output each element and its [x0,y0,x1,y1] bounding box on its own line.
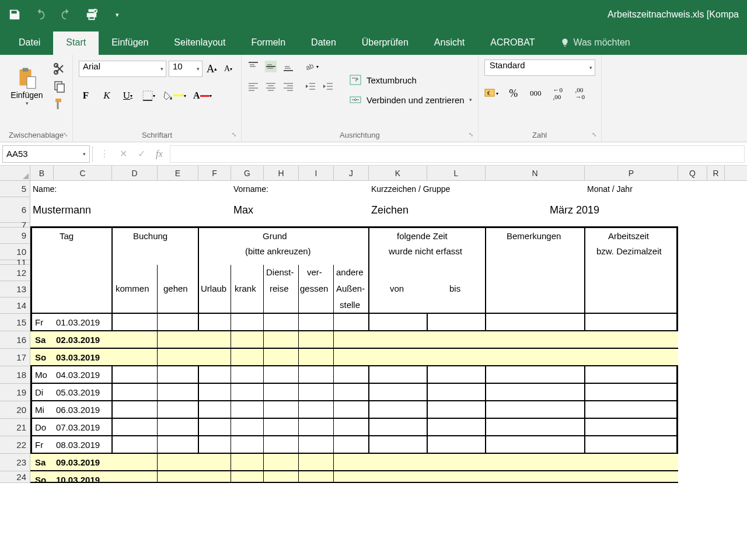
customize-qat-icon[interactable]: ▾ [111,8,124,21]
name-box[interactable]: AA53▾ [2,145,90,163]
number-launcher-icon[interactable]: ⤡ [592,131,600,139]
column-header[interactable]: G [231,166,264,180]
column-header[interactable]: P [585,166,678,180]
align-bottom-icon[interactable] [282,61,294,72]
cancel-formula-icon[interactable]: ✕ [120,148,127,159]
tell-me[interactable]: Was möchten [547,32,643,55]
tab-data[interactable]: Daten [298,32,349,55]
column-header[interactable]: I [299,166,334,180]
cell-day[interactable]: Mo [35,370,47,380]
tab-view[interactable]: Ansicht [421,32,477,55]
font-name-select[interactable]: Arial▾ [79,61,166,77]
wrap-text-button[interactable]: Textumbruch [349,74,472,86]
increase-decimal-icon[interactable]: ←0,00 [551,86,565,101]
cell-date[interactable]: 03.03.2019 [56,352,100,362]
save-icon[interactable] [8,8,21,21]
row-header[interactable]: 16 [0,331,30,349]
column-header[interactable]: F [198,166,231,180]
select-all-corner[interactable] [0,166,30,180]
tab-acrobat[interactable]: ACROBAT [477,32,547,55]
number-format-select[interactable]: Standard▾ [484,60,595,76]
tab-home[interactable]: Start [53,32,99,55]
column-header[interactable]: R [707,166,725,180]
row-header[interactable]: 14 [0,298,30,314]
column-header[interactable]: H [264,166,299,180]
paste-button[interactable]: Einfügen ▾ [6,57,48,116]
copy-icon[interactable] [53,79,67,93]
merge-center-button[interactable]: Verbinden und zentrieren ▾ [349,93,472,106]
cell-date[interactable]: 05.03.2019 [56,387,100,397]
column-header[interactable]: L [427,166,486,180]
decrease-indent-icon[interactable] [305,80,316,92]
row-header[interactable]: 13 [0,281,30,298]
font-size-select[interactable]: 10▾ [169,61,203,77]
align-center-icon[interactable] [265,80,277,92]
row-header[interactable]: 6 [0,197,30,223]
orientation-icon[interactable]: ab▾ [305,61,319,72]
align-top-icon[interactable] [247,61,259,72]
row-header[interactable]: 9 [0,228,30,244]
enter-formula-icon[interactable]: ✓ [138,148,145,159]
row-header[interactable]: 19 [0,384,30,401]
row-header[interactable]: 17 [0,349,30,366]
borders-icon[interactable]: ▾ [142,88,156,103]
comma-format-button[interactable]: 000 [529,86,543,101]
column-header[interactable]: J [334,166,369,180]
font-color-icon[interactable]: A ▾ [193,88,212,103]
column-header[interactable]: Q [678,166,707,180]
fx-icon[interactable]: fx [156,149,163,159]
cell-date[interactable]: 09.03.2019 [56,457,100,467]
row-header[interactable]: 23 [0,454,30,471]
cell-day[interactable]: Fr [35,317,43,327]
row-header[interactable]: 11 [0,260,30,265]
cell-day[interactable]: Di [35,387,43,397]
cell-date[interactable]: 10.03.2019 [56,475,100,485]
shrink-font-icon[interactable]: A▾ [221,61,235,76]
cell-date[interactable]: 06.03.2019 [56,405,100,415]
redo-icon[interactable] [60,8,72,21]
cell-date[interactable]: 08.03.2019 [56,440,100,450]
cut-icon[interactable] [53,62,67,76]
underline-button[interactable]: U ▾ [121,88,135,103]
fill-color-icon[interactable]: ▾ [163,88,186,103]
row-header[interactable]: 22 [0,436,30,454]
font-launcher-icon[interactable]: ⤡ [232,131,240,139]
bold-button[interactable]: F [79,88,93,103]
cell-day[interactable]: So [35,352,46,362]
percent-format-button[interactable]: % [507,86,521,101]
alignment-launcher-icon[interactable]: ⤡ [469,131,477,139]
formula-input[interactable] [170,145,745,163]
column-header[interactable]: C [54,166,112,180]
row-header[interactable]: 5 [0,181,30,197]
align-middle-icon[interactable] [265,61,277,72]
value-vorname[interactable]: Max [233,204,253,216]
row-header[interactable]: 24 [0,471,30,483]
increase-indent-icon[interactable] [322,80,334,92]
align-right-icon[interactable] [282,80,294,92]
cell-date[interactable]: 07.03.2019 [56,422,100,432]
undo-icon[interactable] [34,8,47,21]
cell-day[interactable]: Sa [35,335,46,345]
row-header[interactable]: 7 [0,223,30,228]
cell-day[interactable]: Do [35,422,46,432]
cell-day[interactable]: So [35,475,46,485]
tab-formulas[interactable]: Formeln [238,32,298,55]
row-header[interactable]: 12 [0,265,30,281]
value-name[interactable]: Mustermann [33,204,91,216]
cell-date[interactable]: 04.03.2019 [56,370,100,380]
cells-area[interactable]: Name:Vorname:Kurzzeichen / GruppeMonat /… [30,181,725,483]
accounting-format-icon[interactable]: €▾ [484,86,498,101]
column-header[interactable]: K [369,166,427,180]
value-monat[interactable]: März 2019 [550,204,599,216]
tab-file[interactable]: Datei [6,32,53,55]
cell-day[interactable]: Fr [35,440,43,450]
italic-button[interactable]: K [100,88,114,103]
tab-review[interactable]: Überprüfen [349,32,421,55]
column-header[interactable]: B [30,166,54,180]
spreadsheet-grid[interactable]: BCDEFGHIJKLNPQR 567910111213141516171819… [0,166,747,483]
align-left-icon[interactable] [247,80,259,92]
cell-date[interactable]: 02.03.2019 [56,335,100,345]
clipboard-launcher-icon[interactable]: ⤡ [63,131,71,139]
decrease-decimal-icon[interactable]: ,00→0 [573,86,587,101]
tab-page-layout[interactable]: Seitenlayout [161,32,238,55]
